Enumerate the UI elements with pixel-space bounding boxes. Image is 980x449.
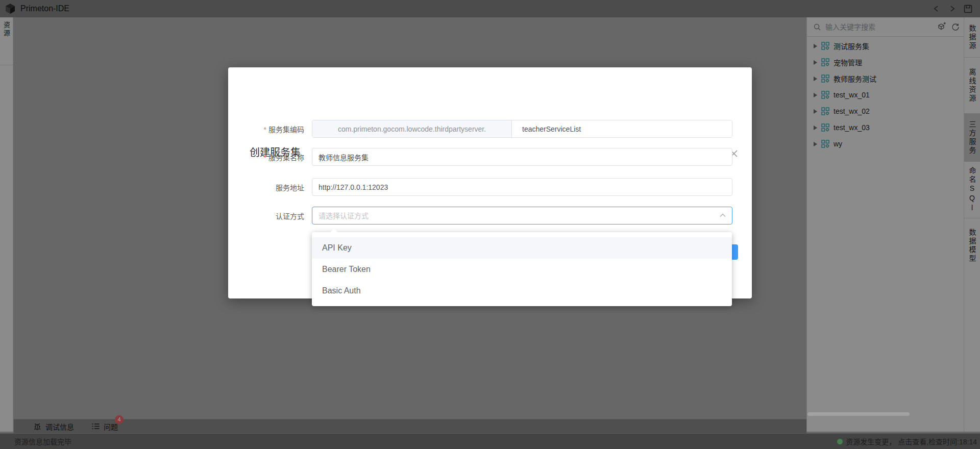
- problems-count-badge: 4: [115, 415, 124, 424]
- right-tab-strip: 数据源 离线资源 三方服务 命名SQl 数据模型: [964, 17, 980, 432]
- tab-data-model[interactable]: 数据模型: [964, 218, 980, 273]
- service-set-icon: [821, 74, 829, 83]
- search-input[interactable]: [825, 23, 937, 31]
- resources-panel-label: 资源: [2, 21, 11, 65]
- horizontal-scrollbar-thumb[interactable]: [807, 412, 910, 416]
- add-cube-icon[interactable]: [937, 22, 947, 32]
- service-set-icon: [821, 123, 829, 132]
- tab-label: 命名SQl: [967, 167, 977, 213]
- tree-item[interactable]: 教师服务测试: [807, 70, 964, 87]
- tree-item[interactable]: wy: [807, 136, 964, 152]
- app-title: Primeton-IDE: [20, 4, 69, 13]
- tab-label: 数据模型: [967, 229, 977, 263]
- tree-item[interactable]: test_wx_01: [807, 87, 964, 103]
- resource-tree-panel: 测试服务集 宠物管理 教师服务测试 test_wx_01 test_wx_02: [806, 17, 964, 432]
- option-bearer-token[interactable]: Bearer Token: [312, 259, 732, 280]
- tree-item-label: 测试服务集: [834, 41, 869, 51]
- service-set-icon: [821, 91, 829, 99]
- bottom-panel-tabs: 调试信息 问题 4: [14, 419, 806, 433]
- left-panel-strip: 资源: [0, 17, 13, 432]
- tree-item-label: 宠物管理: [834, 57, 862, 67]
- name-input[interactable]: [312, 148, 732, 166]
- resource-change-text: 资源发生变更， 点击查看,检查时间:18:14: [846, 436, 977, 446]
- save-icon[interactable]: [963, 4, 973, 14]
- tree-item-label: test_wx_01: [834, 91, 870, 99]
- tab-third-party-services[interactable]: 三方服务: [964, 113, 980, 162]
- resource-change-notice[interactable]: 资源发生变更， 点击查看,检查时间:18:14: [837, 436, 977, 446]
- caret-right-icon[interactable]: [814, 109, 817, 114]
- caret-right-icon[interactable]: [814, 126, 817, 130]
- tab-offline-resources[interactable]: 离线资源: [964, 58, 980, 113]
- tab-label: 三方服务: [967, 120, 977, 155]
- tree-item[interactable]: 测试服务集: [807, 38, 964, 54]
- auth-label: 认证方式: [228, 211, 304, 221]
- chevron-up-icon: [720, 213, 726, 217]
- form-row-auth: 认证方式: [228, 207, 752, 224]
- code-prefix: com.primeton.gocom.lowcode.thirdpartyser…: [312, 120, 512, 137]
- service-set-icon: [821, 107, 829, 115]
- address-input[interactable]: [312, 178, 732, 196]
- address-label: 服务地址: [228, 182, 304, 192]
- tab-data-source[interactable]: 数据源: [964, 17, 980, 58]
- code-label: *服务集编码: [228, 124, 304, 134]
- code-input[interactable]: [512, 120, 732, 137]
- service-set-icon: [821, 42, 829, 50]
- form-row-code: *服务集编码 com.primeton.gocom.lowcode.thirdp…: [228, 120, 752, 138]
- search-row: [807, 17, 964, 37]
- form-row-name: *服务集名称: [228, 148, 752, 166]
- caret-right-icon[interactable]: [814, 77, 817, 81]
- forward-icon[interactable]: [948, 5, 956, 13]
- status-bar: 资源信息加载完毕 资源发生变更， 点击查看,检查时间:18:14: [0, 433, 980, 449]
- status-message: 资源信息加载完毕: [14, 436, 71, 446]
- resources-panel-tab[interactable]: 资源: [0, 17, 13, 65]
- tree-item-label: test_wx_03: [834, 123, 870, 132]
- name-label: *服务集名称: [228, 152, 304, 162]
- tab-debug-info[interactable]: 调试信息: [33, 421, 74, 432]
- tab-label: 数据源: [967, 24, 977, 51]
- form-row-address: 服务地址: [228, 178, 752, 196]
- required-mark: *: [264, 154, 266, 162]
- search-icon: [813, 23, 821, 31]
- status-dot-icon: [837, 439, 843, 444]
- bug-icon: [33, 422, 42, 431]
- service-set-icon: [821, 58, 829, 66]
- option-api-key[interactable]: API Key: [312, 237, 732, 259]
- back-icon[interactable]: [933, 5, 941, 13]
- caret-right-icon[interactable]: [814, 93, 817, 97]
- service-set-icon: [821, 140, 829, 148]
- tab-label: 离线资源: [967, 68, 977, 103]
- tab-problems[interactable]: 问题 4: [91, 421, 118, 432]
- tree-item[interactable]: test_wx_03: [807, 119, 964, 136]
- auth-select-input[interactable]: [312, 212, 732, 220]
- list-icon: [91, 422, 100, 431]
- tree-item[interactable]: test_wx_02: [807, 103, 964, 119]
- auth-select[interactable]: [312, 207, 732, 224]
- tree-item-label: wy: [834, 140, 842, 148]
- caret-right-icon[interactable]: [814, 44, 817, 48]
- required-mark: *: [264, 126, 266, 134]
- title-bar: Primeton-IDE: [0, 0, 980, 17]
- option-basic-auth[interactable]: Basic Auth: [312, 280, 732, 302]
- service-set-tree: 测试服务集 宠物管理 教师服务测试 test_wx_01 test_wx_02: [807, 38, 964, 152]
- app-logo-icon: [4, 3, 16, 15]
- tree-item-label: test_wx_02: [834, 107, 870, 115]
- debug-tab-label: 调试信息: [45, 421, 74, 432]
- caret-right-icon[interactable]: [814, 142, 817, 146]
- auth-options-dropdown: API Key Bearer Token Basic Auth: [312, 232, 732, 306]
- refresh-icon[interactable]: [951, 22, 960, 32]
- caret-right-icon[interactable]: [814, 60, 817, 65]
- tree-item[interactable]: 宠物管理: [807, 54, 964, 70]
- tree-item-label: 教师服务测试: [834, 73, 876, 84]
- tab-named-sql[interactable]: 命名SQl: [964, 162, 980, 218]
